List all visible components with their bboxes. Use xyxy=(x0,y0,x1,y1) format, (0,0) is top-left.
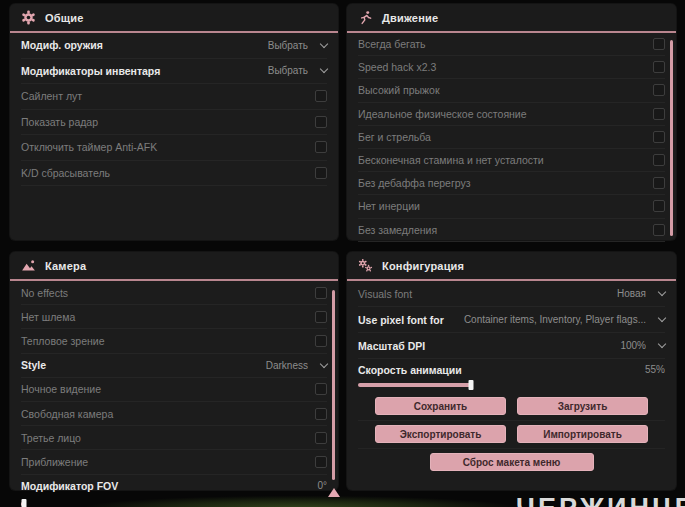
show-radar-checkbox[interactable] xyxy=(315,116,327,128)
silent-loot-checkbox[interactable] xyxy=(315,90,327,102)
scrollbar[interactable] xyxy=(670,40,673,236)
high-jump-row[interactable]: Высокий прыжок xyxy=(358,79,665,102)
chevron-down-icon xyxy=(658,340,666,348)
zoom-checkbox[interactable] xyxy=(315,456,327,468)
gears-icon xyxy=(358,258,373,273)
slider-value: 0° xyxy=(317,480,327,491)
night-vision-row[interactable]: Ночное видение xyxy=(21,378,327,402)
weapon-mods-dropdown[interactable]: Выбрать xyxy=(268,40,327,51)
panel-config-header[interactable]: Конфигурация xyxy=(347,252,676,281)
pixel-font-targets-dropdown[interactable]: Container items, Inventory, Player flags… xyxy=(464,314,665,325)
scrollbar[interactable] xyxy=(332,290,335,480)
weapon-mods-row: Модиф. оружияВыбрать xyxy=(21,33,327,59)
dropdown-value: Выбрать xyxy=(268,65,308,76)
kd-resetter-row[interactable]: K/D сбрасыватель xyxy=(21,161,327,187)
perfect-physical-condition-row[interactable]: Идеальное физическое состояние xyxy=(358,103,665,126)
watermark-text: ЧЕРЖИНЦЕ xyxy=(516,493,685,507)
no-inertia-checkbox[interactable] xyxy=(653,200,665,212)
run-and-shoot-checkbox[interactable] xyxy=(653,131,665,143)
dropdown-value: Новая xyxy=(617,288,646,299)
third-person-checkbox[interactable] xyxy=(315,432,327,444)
reset-menu-layout-button[interactable]: Сброс макета меню xyxy=(430,453,594,471)
zoom-row[interactable]: Приближение xyxy=(21,450,327,474)
no-helmet-row[interactable]: Нет шлема xyxy=(21,305,327,329)
row-label: Модификаторы инвентаря xyxy=(21,65,160,77)
disable-anti-afk-timer-checkbox[interactable] xyxy=(315,141,327,153)
third-person-row[interactable]: Третье лицо xyxy=(21,426,327,450)
import-button[interactable]: Импортировать xyxy=(517,425,648,443)
chevron-down-icon xyxy=(320,359,328,367)
high-jump-checkbox[interactable] xyxy=(653,84,665,96)
slider-thumb[interactable] xyxy=(468,380,473,390)
no-slowdown-checkbox[interactable] xyxy=(653,224,665,236)
no-overload-debuff-row[interactable]: Без дебаффа перегруз xyxy=(358,172,665,195)
row-label: No effects xyxy=(21,287,68,299)
slider-thumb[interactable] xyxy=(22,499,27,507)
no-inertia-row[interactable]: Нет инерции xyxy=(358,195,665,218)
fov-modifier-slider[interactable] xyxy=(21,502,325,506)
visuals-font-row: Visuals fontНовая xyxy=(358,281,665,307)
slider-value: 55% xyxy=(645,364,665,375)
save-button[interactable]: Сохранить xyxy=(375,397,506,415)
panel-general: Общие Модиф. оружияВыбратьМодификаторы и… xyxy=(10,4,338,240)
no-effects-checkbox[interactable] xyxy=(315,287,327,299)
style-dropdown[interactable]: Darkness xyxy=(266,360,327,371)
perfect-physical-condition-checkbox[interactable] xyxy=(653,108,665,120)
free-camera-checkbox[interactable] xyxy=(315,408,327,420)
kd-resetter-checkbox[interactable] xyxy=(315,167,327,179)
row-label: Нет инерции xyxy=(358,200,420,212)
style-row: StyleDarkness xyxy=(21,354,327,378)
row-label: Use pixel font for xyxy=(358,314,444,326)
no-slowdown-row[interactable]: Без замедления xyxy=(358,219,665,242)
panel-movement-header[interactable]: Движение xyxy=(347,4,676,33)
show-radar-row[interactable]: Показать радар xyxy=(21,110,327,136)
image-icon xyxy=(21,258,36,273)
dropdown-value: Container items, Inventory, Player flags… xyxy=(464,314,646,325)
thermal-vision-checkbox[interactable] xyxy=(315,335,327,347)
chevron-down-icon xyxy=(320,40,328,48)
row-label: Ночное видение xyxy=(21,383,101,395)
inventory-mods-dropdown[interactable]: Выбрать xyxy=(268,65,327,76)
speed-hack-checkbox[interactable] xyxy=(653,61,665,73)
row-label: Тепловое зрение xyxy=(21,335,105,347)
config-buttons: СохранитьЗагрузитьЭкспортироватьИмпортир… xyxy=(347,391,676,476)
infinite-stamina-row[interactable]: Бесконечная стамина и нет усталости xyxy=(358,149,665,172)
row-label: Бесконечная стамина и нет усталости xyxy=(358,154,544,166)
speed-hack-row[interactable]: Speed hack x2.3 xyxy=(358,56,665,79)
night-vision-checkbox[interactable] xyxy=(315,383,327,395)
panel-camera-header[interactable]: Камера xyxy=(10,252,338,281)
panel-general-header[interactable]: Общие xyxy=(10,4,338,33)
dpi-scale-row: Масштаб DPI100% xyxy=(358,333,665,359)
disable-anti-afk-timer-row[interactable]: Отключить таймер Anti-AFK xyxy=(21,135,327,161)
panel-camera: Камера No effectsНет шлемаТепловое зрени… xyxy=(10,252,338,490)
load-button[interactable]: Загрузить xyxy=(517,397,648,415)
row-label: Приближение xyxy=(21,456,88,468)
row-label: Style xyxy=(21,359,46,371)
thermal-vision-row[interactable]: Тепловое зрение xyxy=(21,329,327,353)
export-button[interactable]: Экспортировать xyxy=(375,425,506,443)
silent-loot-row[interactable]: Сайлент лут xyxy=(21,84,327,110)
row-label: Speed hack x2.3 xyxy=(358,61,436,73)
runner-icon xyxy=(358,10,373,25)
row-label: Скорость анимации xyxy=(358,364,462,376)
no-effects-row[interactable]: No effects xyxy=(21,281,327,305)
always-run-checkbox[interactable] xyxy=(653,38,665,50)
dropdown-value: Выбрать xyxy=(268,40,308,51)
row-label: K/D сбрасыватель xyxy=(21,167,110,179)
dropdown-value: Darkness xyxy=(266,360,308,371)
free-camera-row[interactable]: Свободная камера xyxy=(21,402,327,426)
infinite-stamina-checkbox[interactable] xyxy=(653,154,665,166)
no-overload-debuff-checkbox[interactable] xyxy=(653,177,665,189)
always-run-row[interactable]: Всегда бегать xyxy=(358,33,665,56)
row-label: Visuals font xyxy=(358,288,412,300)
row-label: Бег и стрельба xyxy=(358,131,431,143)
slider-fill xyxy=(358,383,471,387)
run-and-shoot-row[interactable]: Бег и стрельба xyxy=(358,126,665,149)
chevron-down-icon xyxy=(658,288,666,296)
chevron-down-icon xyxy=(320,65,328,73)
row-label: Свободная камера xyxy=(21,408,113,420)
visuals-font-dropdown[interactable]: Новая xyxy=(617,288,665,299)
dpi-scale-dropdown[interactable]: 100% xyxy=(620,340,665,351)
no-helmet-checkbox[interactable] xyxy=(315,311,327,323)
animation-speed-slider[interactable] xyxy=(358,383,563,387)
